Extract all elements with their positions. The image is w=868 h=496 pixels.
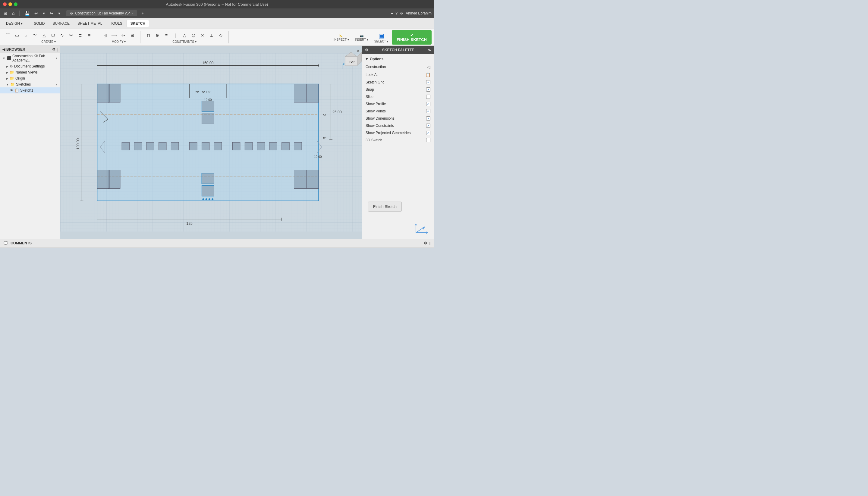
canvas-close-icon[interactable]: × xyxy=(357,48,359,54)
tab-tools[interactable]: TOOLS xyxy=(106,20,126,27)
look-at-row[interactable]: Look At 📋 xyxy=(362,71,434,79)
sidebar-item-root[interactable]: ▼ ⬛ Construction Kit Fab Academy... ● xyxy=(0,53,60,63)
sidebar-pin-icon[interactable]: | xyxy=(57,47,58,51)
view-cube[interactable]: TOP Z xyxy=(341,49,359,67)
arrow-down-icon: ▼ xyxy=(2,57,5,60)
look-at-icon: 📋 xyxy=(425,72,430,77)
comments-pin-icon[interactable]: ⚙ xyxy=(424,241,427,245)
arc-icon[interactable]: 〜 xyxy=(31,31,39,40)
slice-row[interactable]: Slice xyxy=(362,93,434,100)
finish-sketch-btn[interactable]: ✔ FINISH SKETCH xyxy=(392,30,432,45)
parallel-icon[interactable]: ∥ xyxy=(171,31,180,40)
sketch-toolbar: ⌒ ▭ ○ 〜 △ ⬡ ∿ ✂ ⊏ ≡ CREATE ▾ ⌹ ⟹ ⇔ ⊞ MOD… xyxy=(0,29,434,46)
redo-dropdown-icon[interactable]: ▾ xyxy=(57,10,61,16)
sketches-visibility-icon[interactable]: ● xyxy=(56,82,58,86)
line-icon[interactable]: ⌒ xyxy=(4,31,12,40)
select-btn[interactable]: ▣ SELECT ▾ xyxy=(372,31,391,44)
midpoint-icon[interactable]: ✕ xyxy=(198,31,207,40)
show-profile-row[interactable]: Show Profile xyxy=(362,100,434,108)
show-profile-checkbox[interactable] xyxy=(426,102,430,106)
new-tab-icon[interactable]: ＋ xyxy=(141,11,144,16)
polygon-icon[interactable]: ⬡ xyxy=(49,31,57,40)
undo-dropdown-icon[interactable]: ▾ xyxy=(42,10,46,16)
circle-icon[interactable]: ○ xyxy=(22,31,30,40)
panel-header: ⚙ SKETCH PALETTE ≫ xyxy=(362,46,434,54)
sidebar-settings-icon[interactable]: ⚙ xyxy=(52,47,56,51)
svg-marker-66 xyxy=(345,52,357,57)
canvas-area[interactable]: 150.00 100.00 125 25.00 fx: xyxy=(60,46,362,239)
constraints-label: CONSTRAINTS ▾ xyxy=(172,40,196,43)
sketch-grid-row[interactable]: Sketch Grid xyxy=(362,79,434,86)
svg-text:125: 125 xyxy=(186,221,192,226)
show-dimensions-checkbox[interactable] xyxy=(426,116,430,121)
show-points-checkbox[interactable] xyxy=(426,109,430,113)
sidebar-collapse-icon[interactable]: ◀ xyxy=(2,47,5,51)
3d-arrow-area xyxy=(362,218,434,239)
save-icon[interactable]: 💾 xyxy=(23,10,31,16)
dim-icon[interactable]: ◇ xyxy=(216,31,225,40)
collinear-icon[interactable]: = xyxy=(162,31,171,40)
fillet-icon[interactable]: ⌹ xyxy=(101,31,109,40)
show-projected-row[interactable]: Show Projected Geometries xyxy=(362,129,434,137)
apps-icon[interactable]: ⊞ xyxy=(2,10,9,16)
tab-sketch[interactable]: SKETCH xyxy=(127,20,149,27)
svg-rect-39 xyxy=(159,142,167,150)
close-tab-icon[interactable]: × xyxy=(132,12,134,15)
sidebar-item-sketches[interactable]: ▼ 📁 Sketches ● xyxy=(0,81,60,88)
close-button[interactable] xyxy=(3,2,6,6)
construction-row[interactable]: Construction ◁ xyxy=(362,63,434,71)
offset-icon[interactable]: ⟹ xyxy=(110,31,119,40)
sketch-grid-checkbox[interactable] xyxy=(426,80,430,84)
minimize-button[interactable] xyxy=(9,2,12,6)
inspect-btn[interactable]: 📐 INSPECT ▾ xyxy=(331,33,352,42)
tangent-icon[interactable]: △ xyxy=(180,31,189,40)
redo-icon[interactable]: ↪ xyxy=(48,10,55,16)
snap-checkbox[interactable] xyxy=(426,88,430,92)
text-icon[interactable]: ≡ xyxy=(85,31,93,40)
tab-solid[interactable]: SOLID xyxy=(30,20,48,27)
chevron-down-icon: ▼ xyxy=(365,57,369,61)
sidebar-item-sketch1[interactable]: 👁 📋 Sketch1 xyxy=(0,88,60,93)
concentric-icon[interactable]: ◎ xyxy=(189,31,198,40)
fix-icon[interactable]: ⊓ xyxy=(144,31,153,40)
tab-surface[interactable]: SURFACE xyxy=(49,20,73,27)
design-dropdown-btn[interactable]: DESIGN ▾ xyxy=(2,20,26,27)
show-points-row[interactable]: Show Points xyxy=(362,108,434,115)
slice-checkbox[interactable] xyxy=(426,95,430,99)
slot-icon[interactable]: ⊏ xyxy=(76,31,84,40)
3d-sketch-row[interactable]: 3D Sketch xyxy=(362,137,434,144)
mirror-icon[interactable]: ⇔ xyxy=(119,31,127,40)
sidebar-item-doc-settings[interactable]: ▶ ⚙ Document Settings xyxy=(0,63,60,69)
sidebar-title: BROWSER xyxy=(6,47,25,51)
snap-row[interactable]: Snap xyxy=(362,86,434,93)
finish-sketch-panel-btn[interactable]: Finish Sketch xyxy=(368,202,402,212)
rect-icon[interactable]: ▭ xyxy=(13,31,21,40)
sidebar-header: ◀ BROWSER ⚙ | xyxy=(0,46,60,53)
maximize-button[interactable] xyxy=(14,2,17,6)
home-icon[interactable]: ⌂ xyxy=(11,10,16,16)
spline-icon[interactable]: ∿ xyxy=(58,31,66,40)
show-constraints-checkbox[interactable] xyxy=(426,124,430,128)
trim-icon[interactable]: ✂ xyxy=(67,31,75,40)
help-icon[interactable]: ? xyxy=(396,11,398,15)
sidebar-item-origin[interactable]: ▶ 📁 Origin xyxy=(0,75,60,81)
settings-icon[interactable]: ⚙ xyxy=(400,11,403,15)
show-dimensions-row[interactable]: Show Dimensions xyxy=(362,115,434,122)
pattern-icon[interactable]: ⊞ xyxy=(128,31,137,40)
undo-icon[interactable]: ↩ xyxy=(33,10,39,16)
coincident-icon[interactable]: ⊕ xyxy=(153,31,161,40)
perpendicular-icon[interactable]: ⊥ xyxy=(207,31,216,40)
options-header[interactable]: ▼ Options xyxy=(362,55,434,63)
3d-sketch-checkbox[interactable] xyxy=(426,138,430,142)
visibility-icon[interactable]: ● xyxy=(56,56,58,60)
panel-expand-icon[interactable]: ≫ xyxy=(428,48,431,52)
sketch-visibility-icon[interactable]: 👁 xyxy=(10,88,13,93)
comments-expand-icon[interactable]: | xyxy=(430,241,430,245)
sidebar-item-named-views[interactable]: ▶ 📁 Named Views xyxy=(0,69,60,75)
tab-sheet-metal[interactable]: SHEET METAL xyxy=(74,20,106,27)
title-tab[interactable]: ⚙ Construction Kit Fab Academy v5* × xyxy=(66,10,137,16)
show-projected-checkbox[interactable] xyxy=(426,131,430,135)
insert-btn[interactable]: 📷 INSERT ▾ xyxy=(353,33,371,42)
show-constraints-row[interactable]: Show Constraints xyxy=(362,122,434,129)
triangle-icon[interactable]: △ xyxy=(40,31,48,40)
